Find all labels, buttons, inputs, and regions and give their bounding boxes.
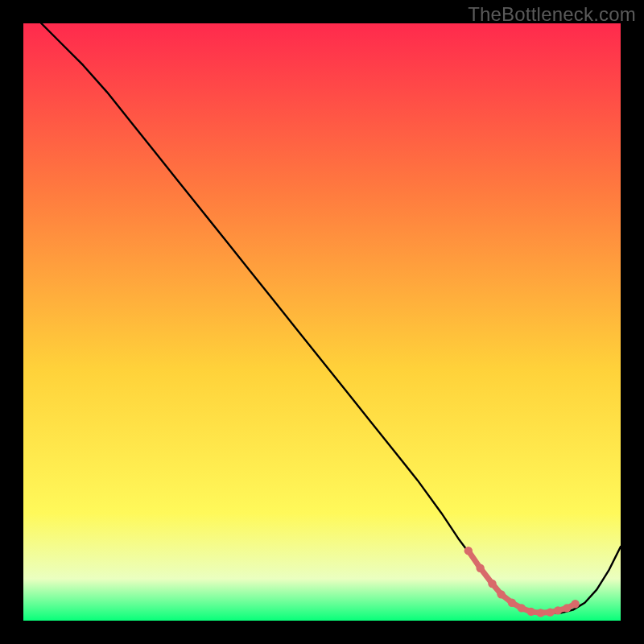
watermark-text: TheBottleneck.com: [468, 3, 636, 26]
svg-point-2: [488, 580, 496, 588]
svg-point-6: [527, 608, 535, 616]
bottleneck-chart: [23, 23, 621, 621]
svg-point-1: [476, 564, 484, 572]
svg-point-10: [563, 604, 571, 612]
svg-point-3: [497, 590, 505, 598]
svg-point-9: [554, 606, 562, 614]
gradient-background: [23, 23, 621, 621]
svg-point-7: [536, 609, 544, 617]
svg-point-5: [518, 604, 526, 612]
svg-point-8: [546, 608, 554, 616]
svg-point-4: [508, 599, 516, 607]
svg-point-11: [571, 600, 579, 608]
svg-point-0: [464, 547, 473, 555]
